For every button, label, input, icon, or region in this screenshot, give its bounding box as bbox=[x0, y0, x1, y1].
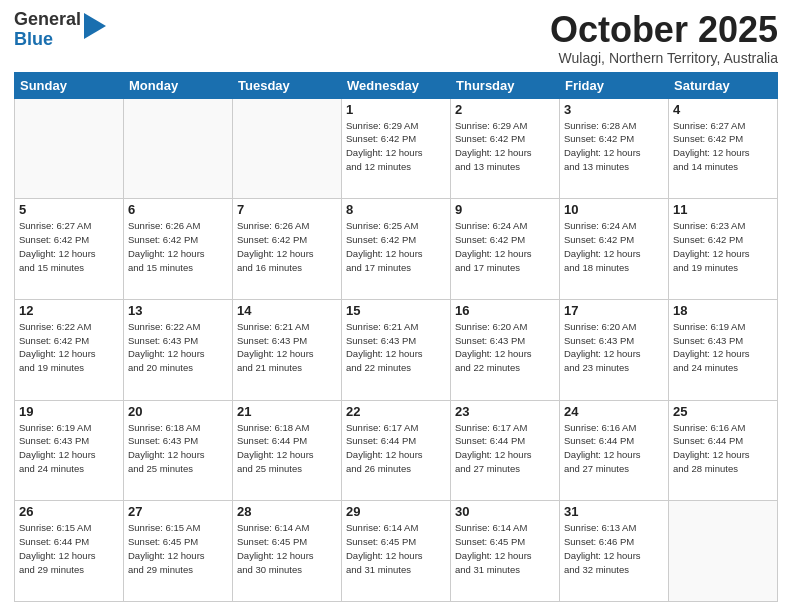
day-cell-24: 24Sunrise: 6:16 AMSunset: 6:44 PMDayligh… bbox=[560, 400, 669, 501]
day-number-17: 17 bbox=[564, 303, 664, 318]
calendar-row: 12Sunrise: 6:22 AMSunset: 6:42 PMDayligh… bbox=[15, 299, 778, 400]
day-info-21: Sunrise: 6:18 AMSunset: 6:44 PMDaylight:… bbox=[237, 421, 337, 476]
day-info-27: Sunrise: 6:15 AMSunset: 6:45 PMDaylight:… bbox=[128, 521, 228, 576]
day-cell-2: 2Sunrise: 6:29 AMSunset: 6:42 PMDaylight… bbox=[451, 98, 560, 199]
day-info-3: Sunrise: 6:28 AMSunset: 6:42 PMDaylight:… bbox=[564, 119, 664, 174]
calendar-row: 26Sunrise: 6:15 AMSunset: 6:44 PMDayligh… bbox=[15, 501, 778, 602]
day-info-13: Sunrise: 6:22 AMSunset: 6:43 PMDaylight:… bbox=[128, 320, 228, 375]
day-number-16: 16 bbox=[455, 303, 555, 318]
day-number-18: 18 bbox=[673, 303, 773, 318]
day-info-30: Sunrise: 6:14 AMSunset: 6:45 PMDaylight:… bbox=[455, 521, 555, 576]
logo-triangle-icon bbox=[84, 13, 106, 39]
day-cell-1: 1Sunrise: 6:29 AMSunset: 6:42 PMDaylight… bbox=[342, 98, 451, 199]
day-info-9: Sunrise: 6:24 AMSunset: 6:42 PMDaylight:… bbox=[455, 219, 555, 274]
day-number-10: 10 bbox=[564, 202, 664, 217]
day-number-29: 29 bbox=[346, 504, 446, 519]
location: Wulagi, Northern Territory, Australia bbox=[550, 50, 778, 66]
day-info-24: Sunrise: 6:16 AMSunset: 6:44 PMDaylight:… bbox=[564, 421, 664, 476]
day-info-19: Sunrise: 6:19 AMSunset: 6:43 PMDaylight:… bbox=[19, 421, 119, 476]
logo: General Blue bbox=[14, 10, 106, 50]
day-cell-20: 20Sunrise: 6:18 AMSunset: 6:43 PMDayligh… bbox=[124, 400, 233, 501]
day-number-28: 28 bbox=[237, 504, 337, 519]
day-cell-27: 27Sunrise: 6:15 AMSunset: 6:45 PMDayligh… bbox=[124, 501, 233, 602]
day-number-27: 27 bbox=[128, 504, 228, 519]
day-number-26: 26 bbox=[19, 504, 119, 519]
day-number-20: 20 bbox=[128, 404, 228, 419]
day-number-12: 12 bbox=[19, 303, 119, 318]
day-cell-13: 13Sunrise: 6:22 AMSunset: 6:43 PMDayligh… bbox=[124, 299, 233, 400]
day-cell-29: 29Sunrise: 6:14 AMSunset: 6:45 PMDayligh… bbox=[342, 501, 451, 602]
day-info-25: Sunrise: 6:16 AMSunset: 6:44 PMDaylight:… bbox=[673, 421, 773, 476]
day-info-11: Sunrise: 6:23 AMSunset: 6:42 PMDaylight:… bbox=[673, 219, 773, 274]
logo-blue: Blue bbox=[14, 30, 81, 50]
day-info-16: Sunrise: 6:20 AMSunset: 6:43 PMDaylight:… bbox=[455, 320, 555, 375]
day-cell-16: 16Sunrise: 6:20 AMSunset: 6:43 PMDayligh… bbox=[451, 299, 560, 400]
day-number-5: 5 bbox=[19, 202, 119, 217]
day-number-25: 25 bbox=[673, 404, 773, 419]
day-number-23: 23 bbox=[455, 404, 555, 419]
day-cell-11: 11Sunrise: 6:23 AMSunset: 6:42 PMDayligh… bbox=[669, 199, 778, 300]
day-cell-22: 22Sunrise: 6:17 AMSunset: 6:44 PMDayligh… bbox=[342, 400, 451, 501]
day-cell-19: 19Sunrise: 6:19 AMSunset: 6:43 PMDayligh… bbox=[15, 400, 124, 501]
day-cell-5: 5Sunrise: 6:27 AMSunset: 6:42 PMDaylight… bbox=[15, 199, 124, 300]
day-cell-14: 14Sunrise: 6:21 AMSunset: 6:43 PMDayligh… bbox=[233, 299, 342, 400]
header-wednesday: Wednesday bbox=[342, 72, 451, 98]
day-info-10: Sunrise: 6:24 AMSunset: 6:42 PMDaylight:… bbox=[564, 219, 664, 274]
header-friday: Friday bbox=[560, 72, 669, 98]
day-cell-10: 10Sunrise: 6:24 AMSunset: 6:42 PMDayligh… bbox=[560, 199, 669, 300]
day-info-7: Sunrise: 6:26 AMSunset: 6:42 PMDaylight:… bbox=[237, 219, 337, 274]
day-cell-3: 3Sunrise: 6:28 AMSunset: 6:42 PMDaylight… bbox=[560, 98, 669, 199]
day-cell-8: 8Sunrise: 6:25 AMSunset: 6:42 PMDaylight… bbox=[342, 199, 451, 300]
header-saturday: Saturday bbox=[669, 72, 778, 98]
day-info-26: Sunrise: 6:15 AMSunset: 6:44 PMDaylight:… bbox=[19, 521, 119, 576]
svg-marker-0 bbox=[84, 13, 106, 39]
day-number-1: 1 bbox=[346, 102, 446, 117]
day-info-28: Sunrise: 6:14 AMSunset: 6:45 PMDaylight:… bbox=[237, 521, 337, 576]
calendar-row: 19Sunrise: 6:19 AMSunset: 6:43 PMDayligh… bbox=[15, 400, 778, 501]
day-number-6: 6 bbox=[128, 202, 228, 217]
day-info-23: Sunrise: 6:17 AMSunset: 6:44 PMDaylight:… bbox=[455, 421, 555, 476]
day-info-12: Sunrise: 6:22 AMSunset: 6:42 PMDaylight:… bbox=[19, 320, 119, 375]
day-number-3: 3 bbox=[564, 102, 664, 117]
day-cell-18: 18Sunrise: 6:19 AMSunset: 6:43 PMDayligh… bbox=[669, 299, 778, 400]
day-cell-6: 6Sunrise: 6:26 AMSunset: 6:42 PMDaylight… bbox=[124, 199, 233, 300]
title-area: October 2025 Wulagi, Northern Territory,… bbox=[550, 10, 778, 66]
day-cell-9: 9Sunrise: 6:24 AMSunset: 6:42 PMDaylight… bbox=[451, 199, 560, 300]
weekday-header-row: Sunday Monday Tuesday Wednesday Thursday… bbox=[15, 72, 778, 98]
day-number-24: 24 bbox=[564, 404, 664, 419]
day-number-11: 11 bbox=[673, 202, 773, 217]
header-thursday: Thursday bbox=[451, 72, 560, 98]
day-cell-17: 17Sunrise: 6:20 AMSunset: 6:43 PMDayligh… bbox=[560, 299, 669, 400]
day-info-1: Sunrise: 6:29 AMSunset: 6:42 PMDaylight:… bbox=[346, 119, 446, 174]
header-monday: Monday bbox=[124, 72, 233, 98]
day-number-22: 22 bbox=[346, 404, 446, 419]
day-info-14: Sunrise: 6:21 AMSunset: 6:43 PMDaylight:… bbox=[237, 320, 337, 375]
day-info-18: Sunrise: 6:19 AMSunset: 6:43 PMDaylight:… bbox=[673, 320, 773, 375]
day-cell-30: 30Sunrise: 6:14 AMSunset: 6:45 PMDayligh… bbox=[451, 501, 560, 602]
day-cell-28: 28Sunrise: 6:14 AMSunset: 6:45 PMDayligh… bbox=[233, 501, 342, 602]
day-info-29: Sunrise: 6:14 AMSunset: 6:45 PMDaylight:… bbox=[346, 521, 446, 576]
day-info-31: Sunrise: 6:13 AMSunset: 6:46 PMDaylight:… bbox=[564, 521, 664, 576]
day-info-17: Sunrise: 6:20 AMSunset: 6:43 PMDaylight:… bbox=[564, 320, 664, 375]
empty-cell bbox=[124, 98, 233, 199]
page: General Blue October 2025 Wulagi, Northe… bbox=[0, 0, 792, 612]
empty-cell bbox=[669, 501, 778, 602]
day-cell-31: 31Sunrise: 6:13 AMSunset: 6:46 PMDayligh… bbox=[560, 501, 669, 602]
day-cell-15: 15Sunrise: 6:21 AMSunset: 6:43 PMDayligh… bbox=[342, 299, 451, 400]
day-info-20: Sunrise: 6:18 AMSunset: 6:43 PMDaylight:… bbox=[128, 421, 228, 476]
month-title: October 2025 bbox=[550, 10, 778, 50]
day-cell-12: 12Sunrise: 6:22 AMSunset: 6:42 PMDayligh… bbox=[15, 299, 124, 400]
day-info-5: Sunrise: 6:27 AMSunset: 6:42 PMDaylight:… bbox=[19, 219, 119, 274]
empty-cell bbox=[15, 98, 124, 199]
day-cell-4: 4Sunrise: 6:27 AMSunset: 6:42 PMDaylight… bbox=[669, 98, 778, 199]
calendar-row: 5Sunrise: 6:27 AMSunset: 6:42 PMDaylight… bbox=[15, 199, 778, 300]
calendar-table: Sunday Monday Tuesday Wednesday Thursday… bbox=[14, 72, 778, 602]
day-info-15: Sunrise: 6:21 AMSunset: 6:43 PMDaylight:… bbox=[346, 320, 446, 375]
day-number-2: 2 bbox=[455, 102, 555, 117]
day-number-21: 21 bbox=[237, 404, 337, 419]
logo-text: General Blue bbox=[14, 10, 81, 50]
day-number-7: 7 bbox=[237, 202, 337, 217]
header: General Blue October 2025 Wulagi, Northe… bbox=[14, 10, 778, 66]
day-number-13: 13 bbox=[128, 303, 228, 318]
day-number-31: 31 bbox=[564, 504, 664, 519]
